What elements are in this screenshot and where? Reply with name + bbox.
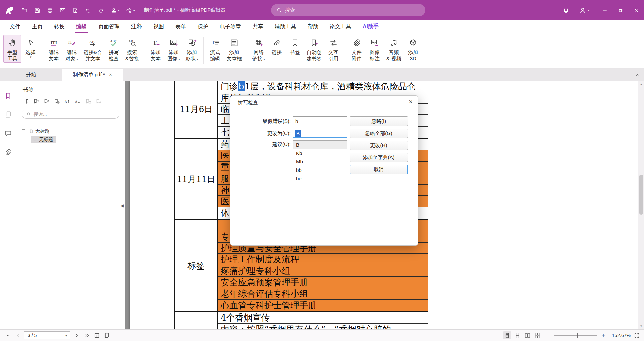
open-file-button[interactable] xyxy=(18,4,31,16)
collapse-panel-icon[interactable]: ◀ xyxy=(121,203,124,208)
export-bookmark-button[interactable] xyxy=(94,97,103,105)
ignore-all-button[interactable]: 忽略全部(G) xyxy=(350,129,408,138)
zoom-in-button[interactable]: + xyxy=(600,332,607,339)
ribbon-add-article-box-button[interactable]: 添加文章框 xyxy=(224,35,245,63)
add-to-dictionary-button[interactable]: 添加至字典(A) xyxy=(350,153,408,162)
suggestion-item[interactable]: Kb xyxy=(293,149,347,157)
panel-attachments-button[interactable] xyxy=(3,147,13,157)
export-button[interactable] xyxy=(69,4,82,16)
stamp-button[interactable]: ▾ xyxy=(107,4,123,16)
bookmark-item[interactable]: −无标题 xyxy=(16,127,125,135)
bookmark-search-input[interactable]: 搜索... xyxy=(22,110,119,119)
add-bookmark-button[interactable] xyxy=(32,97,41,105)
menu-view[interactable]: 视图 xyxy=(148,20,170,33)
last-page-button[interactable] xyxy=(83,331,91,339)
change-button[interactable]: 更改(H) xyxy=(350,141,408,150)
global-search-input[interactable]: 搜索 xyxy=(271,4,425,16)
clipboard-button[interactable] xyxy=(103,331,111,339)
ignore-button[interactable]: 忽略(I) xyxy=(350,116,408,126)
redo-button[interactable] xyxy=(95,4,107,16)
undo-button[interactable] xyxy=(82,4,95,16)
single-page-button[interactable] xyxy=(503,331,511,339)
menu-page-organize[interactable]: 页面管理 xyxy=(93,20,125,33)
menu-help[interactable]: 帮助 xyxy=(302,20,324,33)
menu-accessibility[interactable]: 辅助工具 xyxy=(269,20,302,33)
tab-document[interactable]: 制作清单.pdf * × xyxy=(62,69,123,81)
bookmark-list-button[interactable] xyxy=(21,97,30,105)
account-button[interactable]: ▾ xyxy=(578,4,590,16)
page-number-combobox[interactable]: 3 / 5 ▾ xyxy=(24,331,70,339)
menu-edit[interactable]: 编辑 xyxy=(70,20,93,33)
mail-to-button[interactable] xyxy=(56,4,69,16)
menu-form[interactable]: 表单 xyxy=(170,20,192,33)
collapse-bookmarks-button[interactable]: A xyxy=(73,97,82,105)
ribbon-flow-edit-button[interactable]: T流式编辑 xyxy=(206,35,224,63)
suggestion-item[interactable]: B xyxy=(293,141,347,149)
page-menu-button[interactable] xyxy=(4,331,12,339)
ribbon-search-replace-button[interactable]: AB搜索&替换 xyxy=(123,35,142,63)
suggestion-item[interactable]: bb xyxy=(293,166,347,174)
share-button[interactable]: ▾ xyxy=(123,4,138,16)
menu-convert[interactable]: 转换 xyxy=(48,20,70,33)
foxit-logo-icon[interactable] xyxy=(5,5,15,15)
scrollbar-thumb[interactable] xyxy=(639,175,643,215)
menu-ai-assistant[interactable]: AI助手 xyxy=(357,20,384,33)
menu-protect[interactable]: 保护 xyxy=(192,20,214,33)
change-to-input[interactable]: B xyxy=(293,129,347,138)
chevron-down-icon[interactable]: ▾ xyxy=(118,9,120,12)
ribbon-auto-bookmark-button[interactable]: 自动创建书签 xyxy=(304,35,324,63)
menu-share[interactable]: 共享 xyxy=(247,20,269,33)
ribbon-audio-video-button[interactable]: 音频& 视频 xyxy=(384,35,404,63)
ribbon-link-button[interactable]: 链接 xyxy=(268,35,286,56)
bookmark-item[interactable]: 无标题 xyxy=(16,135,125,144)
suggestions-list[interactable]: BKbMbbbbe xyxy=(293,140,347,220)
panel-bookmarks-button[interactable] xyxy=(3,91,13,101)
restore-button[interactable] xyxy=(612,0,628,20)
print-button[interactable] xyxy=(44,4,56,16)
ribbon-add-3d-button[interactable]: 添加3D xyxy=(404,35,422,63)
ribbon-add-text-button[interactable]: T添加文本 xyxy=(147,35,165,63)
save-button[interactable] xyxy=(31,4,44,16)
ribbon-select-button[interactable]: 选择▾ xyxy=(21,35,40,60)
panel-comments-button[interactable] xyxy=(3,128,13,138)
ribbon-web-link-button[interactable]: 网络链接▾ xyxy=(250,35,268,64)
chevron-down-icon[interactable]: ▾ xyxy=(133,9,135,12)
ribbon-link-merge-text-button[interactable]: AB链接&合并文本 xyxy=(81,35,105,63)
dialog-close-icon[interactable]: × xyxy=(409,98,413,106)
ribbon-add-image-button[interactable]: 添加图像▾ xyxy=(165,35,183,64)
ribbon-file-attachment-button[interactable]: 文件附件 xyxy=(347,35,366,63)
continuous-button[interactable] xyxy=(513,331,521,339)
ribbon-cross-reference-button[interactable]: 交互引用 xyxy=(324,35,342,63)
zoom-slider[interactable] xyxy=(554,333,597,338)
vertical-scrollbar[interactable]: ▲ ▼ xyxy=(638,81,644,329)
facing-continuous-button[interactable] xyxy=(533,331,541,339)
menu-home[interactable]: 主页 xyxy=(26,20,48,33)
scroll-up-icon[interactable]: ▲ xyxy=(638,81,644,87)
zoom-slider-thumb[interactable] xyxy=(577,333,578,338)
menu-file[interactable]: 文件 xyxy=(4,20,26,33)
zoom-level[interactable]: 152.67% xyxy=(610,333,631,338)
ribbon-hand-tool-button[interactable]: 手型工具 xyxy=(3,35,21,63)
ribbon-bookmark-button[interactable]: 书签 xyxy=(286,35,304,56)
ribbon-spell-check-button[interactable]: ABC拼写检查 xyxy=(105,35,123,63)
scroll-down-icon[interactable]: ▼ xyxy=(638,323,644,329)
delete-bookmark-button[interactable] xyxy=(42,97,51,105)
menu-paper-tools[interactable]: 论文工具 xyxy=(324,20,357,33)
ribbon-edit-object-button[interactable]: IT编辑对象▾ xyxy=(63,35,81,64)
menu-comment[interactable]: 注释 xyxy=(125,20,148,33)
ribbon-edit-text-button[interactable]: ITI编辑文本 xyxy=(45,35,63,63)
suggestion-item[interactable]: be xyxy=(293,174,347,183)
prev-page-button[interactable] xyxy=(14,331,22,339)
zoom-out-button[interactable]: − xyxy=(544,332,551,339)
expand-bookmarks-button[interactable]: A xyxy=(63,97,72,105)
chevron-down-icon[interactable]: ▾ xyxy=(587,9,589,12)
set-destination-button[interactable] xyxy=(52,97,61,105)
collapse-ribbon-icon[interactable] xyxy=(635,72,641,78)
cancel-button[interactable]: 取消 xyxy=(350,165,408,174)
ribbon-image-annotation-button[interactable]: 图像标注 xyxy=(366,35,384,63)
ribbon-add-shape-button[interactable]: 添加形状▾ xyxy=(183,35,201,64)
fullscreen-icon[interactable] xyxy=(634,332,640,339)
snapshot-button[interactable] xyxy=(93,331,101,339)
tab-start[interactable]: 开始 xyxy=(0,69,62,81)
minimize-button[interactable] xyxy=(597,0,612,20)
